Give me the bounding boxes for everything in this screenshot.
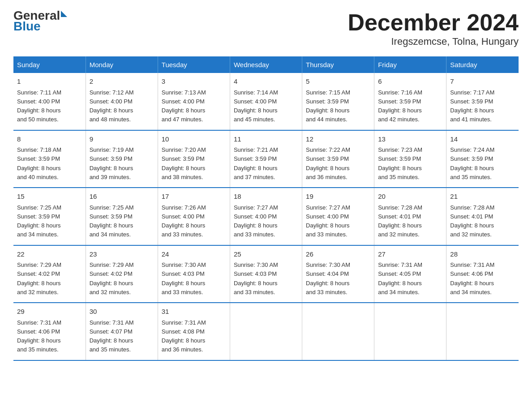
logo-blue-text: Blue [13, 20, 67, 33]
day-info: Sunrise: 7:25 AMSunset: 3:59 PMDaylight:… [17, 204, 61, 238]
calendar-header-row: Sunday Monday Tuesday Wednesday Thursday… [13, 56, 519, 73]
table-row: 23 Sunrise: 7:29 AMSunset: 4:02 PMDaylig… [86, 245, 158, 303]
day-info: Sunrise: 7:11 AMSunset: 4:00 PMDaylight:… [17, 89, 61, 123]
table-row: 31 Sunrise: 7:31 AMSunset: 4:08 PMDaylig… [158, 303, 230, 360]
table-row: 6 Sunrise: 7:16 AMSunset: 3:59 PMDayligh… [374, 73, 446, 130]
day-number: 7 [450, 77, 515, 87]
day-number: 28 [450, 249, 515, 260]
col-thursday: Thursday [302, 56, 374, 73]
day-info: Sunrise: 7:22 AMSunset: 3:59 PMDaylight:… [306, 146, 350, 180]
table-row: 20 Sunrise: 7:28 AMSunset: 4:01 PMDaylig… [374, 188, 446, 245]
day-number: 2 [90, 77, 154, 87]
day-number: 26 [306, 249, 370, 260]
table-row: 10 Sunrise: 7:20 AMSunset: 3:59 PMDaylig… [158, 130, 230, 188]
day-info: Sunrise: 7:18 AMSunset: 3:59 PMDaylight:… [17, 146, 61, 180]
table-row: 13 Sunrise: 7:23 AMSunset: 3:59 PMDaylig… [374, 130, 446, 188]
table-row: 11 Sunrise: 7:21 AMSunset: 3:59 PMDaylig… [230, 130, 302, 188]
day-info: Sunrise: 7:16 AMSunset: 3:59 PMDaylight:… [378, 89, 422, 123]
day-info: Sunrise: 7:19 AMSunset: 3:59 PMDaylight:… [90, 146, 134, 180]
table-row: 25 Sunrise: 7:30 AMSunset: 4:03 PMDaylig… [230, 245, 302, 303]
table-row [446, 303, 519, 360]
table-row: 26 Sunrise: 7:30 AMSunset: 4:04 PMDaylig… [302, 245, 374, 303]
day-info: Sunrise: 7:20 AMSunset: 3:59 PMDaylight:… [162, 146, 206, 180]
table-row: 29 Sunrise: 7:31 AMSunset: 4:06 PMDaylig… [13, 303, 86, 360]
day-info: Sunrise: 7:17 AMSunset: 3:59 PMDaylight:… [450, 89, 494, 123]
day-info: Sunrise: 7:12 AMSunset: 4:00 PMDaylight:… [90, 89, 134, 123]
table-row: 27 Sunrise: 7:31 AMSunset: 4:05 PMDaylig… [374, 245, 446, 303]
table-row: 5 Sunrise: 7:15 AMSunset: 3:59 PMDayligh… [302, 73, 374, 130]
table-row [302, 303, 374, 360]
day-info: Sunrise: 7:27 AMSunset: 4:00 PMDaylight:… [306, 204, 350, 238]
table-row: 7 Sunrise: 7:17 AMSunset: 3:59 PMDayligh… [446, 73, 519, 130]
col-tuesday: Tuesday [158, 56, 230, 73]
day-info: Sunrise: 7:29 AMSunset: 4:02 PMDaylight:… [17, 261, 61, 295]
table-row: 24 Sunrise: 7:30 AMSunset: 4:03 PMDaylig… [158, 245, 230, 303]
day-number: 24 [162, 249, 226, 260]
calendar-table: Sunday Monday Tuesday Wednesday Thursday… [13, 56, 519, 361]
table-row [374, 303, 446, 360]
day-number: 4 [234, 77, 298, 87]
table-row: 14 Sunrise: 7:24 AMSunset: 3:59 PMDaylig… [446, 130, 519, 188]
col-monday: Monday [86, 56, 158, 73]
day-info: Sunrise: 7:31 AMSunset: 4:08 PMDaylight:… [162, 319, 206, 353]
day-number: 3 [162, 77, 226, 87]
calendar-week-row: 22 Sunrise: 7:29 AMSunset: 4:02 PMDaylig… [13, 245, 519, 303]
table-row: 30 Sunrise: 7:31 AMSunset: 4:07 PMDaylig… [86, 303, 158, 360]
day-number: 21 [450, 192, 515, 202]
calendar-title: December 2024 [348, 9, 519, 36]
table-row: 19 Sunrise: 7:27 AMSunset: 4:00 PMDaylig… [302, 188, 374, 245]
day-number: 11 [234, 134, 298, 145]
day-number: 23 [90, 249, 154, 260]
day-number: 15 [17, 192, 82, 202]
calendar-subtitle: Iregszemcse, Tolna, Hungary [348, 36, 519, 47]
table-row: 17 Sunrise: 7:26 AMSunset: 4:00 PMDaylig… [158, 188, 230, 245]
day-number: 12 [306, 134, 370, 145]
day-info: Sunrise: 7:26 AMSunset: 4:00 PMDaylight:… [162, 204, 206, 238]
calendar-week-row: 8 Sunrise: 7:18 AMSunset: 3:59 PMDayligh… [13, 130, 519, 188]
day-info: Sunrise: 7:31 AMSunset: 4:05 PMDaylight:… [378, 261, 422, 295]
day-number: 10 [162, 134, 226, 145]
table-row: 18 Sunrise: 7:27 AMSunset: 4:00 PMDaylig… [230, 188, 302, 245]
day-number: 1 [17, 77, 82, 87]
table-row: 22 Sunrise: 7:29 AMSunset: 4:02 PMDaylig… [13, 245, 86, 303]
day-number: 6 [378, 77, 442, 87]
page-header: General Blue December 2024 Iregszemcse, … [13, 9, 519, 47]
table-row: 16 Sunrise: 7:25 AMSunset: 3:59 PMDaylig… [86, 188, 158, 245]
logo-triangle-icon [61, 11, 67, 17]
day-number: 29 [17, 307, 82, 317]
table-row: 3 Sunrise: 7:13 AMSunset: 4:00 PMDayligh… [158, 73, 230, 130]
day-info: Sunrise: 7:30 AMSunset: 4:03 PMDaylight:… [234, 261, 278, 295]
day-number: 18 [234, 192, 298, 202]
day-number: 22 [17, 249, 82, 260]
day-info: Sunrise: 7:30 AMSunset: 4:04 PMDaylight:… [306, 261, 350, 295]
day-number: 13 [378, 134, 442, 145]
calendar-week-row: 29 Sunrise: 7:31 AMSunset: 4:06 PMDaylig… [13, 303, 519, 360]
day-info: Sunrise: 7:25 AMSunset: 3:59 PMDaylight:… [90, 204, 134, 238]
day-info: Sunrise: 7:21 AMSunset: 3:59 PMDaylight:… [234, 146, 278, 180]
day-number: 16 [90, 192, 154, 202]
day-number: 9 [90, 134, 154, 145]
table-row: 2 Sunrise: 7:12 AMSunset: 4:00 PMDayligh… [86, 73, 158, 130]
table-row: 4 Sunrise: 7:14 AMSunset: 4:00 PMDayligh… [230, 73, 302, 130]
day-number: 25 [234, 249, 298, 260]
day-info: Sunrise: 7:23 AMSunset: 3:59 PMDaylight:… [378, 146, 422, 180]
col-friday: Friday [374, 56, 446, 73]
table-row: 12 Sunrise: 7:22 AMSunset: 3:59 PMDaylig… [302, 130, 374, 188]
table-row: 1 Sunrise: 7:11 AMSunset: 4:00 PMDayligh… [13, 73, 86, 130]
day-number: 17 [162, 192, 226, 202]
table-row: 8 Sunrise: 7:18 AMSunset: 3:59 PMDayligh… [13, 130, 86, 188]
table-row: 28 Sunrise: 7:31 AMSunset: 4:06 PMDaylig… [446, 245, 519, 303]
calendar-week-row: 15 Sunrise: 7:25 AMSunset: 3:59 PMDaylig… [13, 188, 519, 245]
col-wednesday: Wednesday [230, 56, 302, 73]
table-row: 15 Sunrise: 7:25 AMSunset: 3:59 PMDaylig… [13, 188, 86, 245]
day-number: 5 [306, 77, 370, 87]
day-number: 27 [378, 249, 442, 260]
table-row: 21 Sunrise: 7:28 AMSunset: 4:01 PMDaylig… [446, 188, 519, 245]
day-number: 20 [378, 192, 442, 202]
day-info: Sunrise: 7:24 AMSunset: 3:59 PMDaylight:… [450, 146, 494, 180]
day-info: Sunrise: 7:27 AMSunset: 4:00 PMDaylight:… [234, 204, 278, 238]
day-info: Sunrise: 7:31 AMSunset: 4:06 PMDaylight:… [450, 261, 494, 295]
table-row: 9 Sunrise: 7:19 AMSunset: 3:59 PMDayligh… [86, 130, 158, 188]
col-sunday: Sunday [13, 56, 86, 73]
day-number: 19 [306, 192, 370, 202]
